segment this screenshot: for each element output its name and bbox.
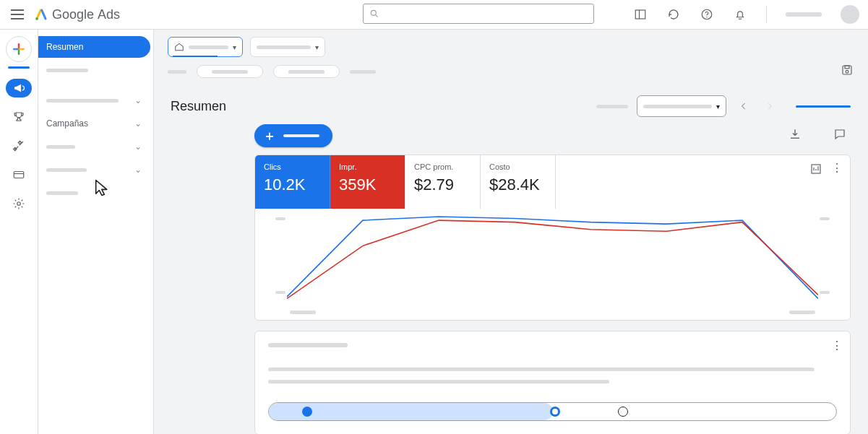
crumb[interactable] [168, 70, 186, 74]
svg-line-2 [376, 15, 378, 17]
account-picker[interactable]: ▾ [168, 37, 243, 57]
help-icon[interactable] [700, 7, 714, 22]
chart-lines [287, 213, 818, 304]
sidenav-item-resumen[interactable]: Resumen [38, 36, 150, 58]
step-upcoming[interactable] [618, 407, 628, 417]
sidenav-item-label [46, 69, 88, 72]
x-label [290, 311, 316, 314]
ads-logo-icon [35, 8, 48, 21]
app-bar: Google Ads [0, 0, 868, 29]
nav-rail [0, 29, 38, 434]
y-tick [820, 217, 830, 220]
refresh-icon[interactable] [666, 7, 681, 22]
svg-point-6 [706, 17, 708, 18]
avatar[interactable] [841, 5, 859, 24]
line-chart[interactable] [258, 213, 847, 314]
more-icon[interactable]: ⋮ [831, 162, 843, 178]
sidenav-item-campanas[interactable]: Campañas ⌄ [38, 113, 150, 134]
scorecard-impressions[interactable]: Impr. 359K [330, 155, 405, 209]
crumb[interactable] [350, 70, 376, 74]
notifications-icon[interactable] [733, 7, 747, 22]
y-tick [820, 291, 830, 294]
main-area: ▾ ▾ Resumen ▾ [153, 29, 868, 434]
scorecard-value: $28.4K [489, 175, 546, 194]
appbar-actions [633, 5, 859, 24]
rail-campaigns[interactable] [6, 79, 32, 97]
more-icon[interactable]: ⋮ [831, 339, 843, 352]
date-prev-button[interactable] [735, 97, 752, 115]
progress-stepper[interactable] [268, 402, 837, 421]
scorecard-cost[interactable]: Costo $28.4K [481, 155, 556, 209]
y-tick [275, 217, 285, 220]
reports-icon[interactable] [633, 7, 648, 22]
new-campaign-button[interactable]: ＋ [254, 124, 332, 147]
card-icon [12, 168, 25, 181]
recommendations-card: ⋮ [254, 331, 851, 434]
svg-point-0 [35, 17, 38, 20]
scorecard-value: 359K [339, 175, 396, 194]
menu-icon[interactable] [9, 6, 26, 23]
step-completed[interactable] [302, 407, 312, 417]
tools-icon [12, 139, 25, 152]
caret-down-icon: ▾ [233, 43, 236, 51]
rail-billing[interactable] [6, 165, 32, 184]
scorecard-cpc[interactable]: CPC prom. $2.79 [405, 155, 481, 209]
performance-chart-card: Clics 10.2K Impr. 359K CPC prom. $2.79 C… [254, 155, 851, 321]
card-title [268, 343, 348, 347]
breadcrumb [153, 59, 868, 79]
caret-down-icon: ▾ [315, 43, 319, 51]
campaign-picker[interactable]: ▾ [250, 37, 325, 57]
search-input[interactable] [363, 4, 594, 24]
create-button[interactable] [6, 36, 32, 62]
gear-icon [12, 197, 25, 210]
sidenav-item-label [46, 145, 75, 149]
scorecard-label: CPC prom. [414, 162, 471, 171]
home-icon [174, 42, 184, 52]
date-range-picker[interactable]: ▾ [637, 95, 726, 117]
sidenav-item[interactable]: ⌄ [38, 159, 150, 181]
chevron-down-icon: ⌄ [134, 165, 142, 175]
plus-multicolor-icon [12, 42, 26, 56]
date-next-button[interactable] [761, 97, 778, 115]
step-active[interactable] [550, 407, 560, 417]
sidenav-item-label: Resumen [46, 42, 83, 52]
sidenav-item[interactable] [38, 59, 150, 81]
scorecards: Clics 10.2K Impr. 359K CPC prom. $2.79 C… [255, 155, 850, 209]
expand-chart-icon[interactable] [809, 162, 822, 178]
sidenav-item-label [46, 99, 119, 103]
rail-goals[interactable] [6, 108, 32, 126]
svg-point-13 [17, 202, 21, 206]
rail-admin[interactable] [6, 194, 32, 213]
account-label[interactable] [786, 12, 822, 17]
svg-point-1 [371, 10, 376, 15]
text-line [268, 368, 815, 371]
sidenav-item-label [46, 191, 78, 195]
separator [766, 6, 767, 23]
content: ＋ Clics 10.2K Impr. 359K [153, 124, 868, 434]
crumb-chip[interactable] [197, 65, 263, 78]
chevron-down-icon: ⌄ [134, 95, 142, 105]
product-logo[interactable]: Google Ads [35, 7, 120, 22]
sidenav-item-label: Campañas [46, 118, 88, 129]
sidenav-item[interactable] [38, 182, 150, 204]
text-line [268, 380, 609, 383]
scope-bar: ▾ ▾ [153, 29, 868, 59]
rail-tools[interactable] [6, 136, 32, 155]
page-title: Resumen [171, 99, 226, 114]
button-label [283, 134, 319, 137]
search-icon [369, 9, 379, 19]
y-tick [275, 291, 285, 294]
crumb-chip[interactable] [273, 65, 340, 78]
chevron-down-icon: ⌄ [134, 142, 142, 152]
card-tools: ⋮ [809, 162, 843, 178]
create-underline [8, 66, 30, 69]
svg-rect-3 [635, 10, 645, 19]
chevron-left-icon [739, 101, 749, 111]
save-layout-icon[interactable] [841, 64, 854, 79]
scorecard-clicks[interactable]: Clics 10.2K [255, 155, 330, 209]
sidenav-item[interactable]: ⌄ [38, 90, 150, 111]
sidenav-item[interactable]: ⌄ [38, 136, 150, 157]
chevron-right-icon [765, 101, 775, 111]
feedback-icon[interactable] [833, 128, 846, 144]
download-icon[interactable] [788, 128, 802, 144]
